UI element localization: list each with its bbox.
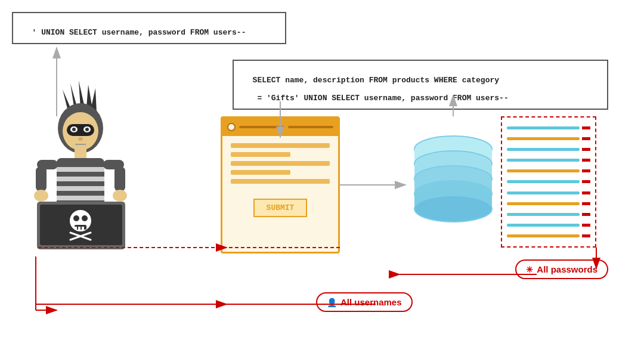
data-line-orange bbox=[507, 234, 580, 237]
passwords-label: All passwords bbox=[537, 264, 597, 274]
svg-point-30 bbox=[82, 215, 88, 221]
svg-rect-33 bbox=[78, 227, 80, 230]
data-line-red bbox=[582, 202, 590, 205]
data-line-red bbox=[582, 169, 590, 172]
data-row bbox=[507, 180, 590, 183]
svg-rect-18 bbox=[57, 186, 104, 191]
browser-url-bar-2 bbox=[288, 126, 333, 128]
data-line-red bbox=[582, 180, 590, 183]
browser-url-bar bbox=[239, 126, 284, 128]
sql-query-text-2-line1: SELECT name, description FROM products W… bbox=[253, 76, 499, 85]
data-line-cyan bbox=[507, 148, 580, 151]
data-row bbox=[507, 148, 590, 151]
hacker-figure bbox=[24, 78, 137, 262]
data-line-cyan bbox=[507, 224, 580, 227]
data-line-red bbox=[582, 224, 590, 227]
svg-rect-23 bbox=[114, 167, 125, 191]
data-row bbox=[507, 191, 590, 194]
data-line-red bbox=[582, 234, 590, 237]
svg-point-25 bbox=[113, 190, 127, 202]
data-line-red bbox=[582, 191, 590, 194]
submit-button[interactable]: SUBMIT bbox=[253, 199, 308, 217]
data-line-cyan bbox=[507, 159, 580, 162]
data-line-cyan bbox=[507, 191, 580, 194]
all-usernames-badge: 👤 All usernames bbox=[316, 292, 413, 312]
svg-point-29 bbox=[73, 215, 79, 221]
svg-rect-22 bbox=[36, 167, 47, 191]
data-row bbox=[507, 137, 590, 140]
svg-rect-16 bbox=[57, 167, 104, 172]
browser-window: SUBMIT bbox=[221, 116, 340, 254]
svg-point-10 bbox=[72, 128, 76, 131]
data-row bbox=[507, 234, 590, 237]
password-icon: ✳ bbox=[526, 265, 533, 274]
usernames-label: All usernames bbox=[340, 297, 402, 307]
data-line-red bbox=[582, 137, 590, 140]
sql-query-box-1: ' UNION SELECT username, password FROM u… bbox=[12, 12, 286, 44]
svg-point-12 bbox=[78, 137, 83, 141]
browser-circle-icon bbox=[227, 123, 236, 131]
data-row bbox=[507, 126, 590, 129]
all-passwords-badge: ✳ All passwords bbox=[515, 259, 608, 279]
data-line-cyan bbox=[507, 213, 580, 216]
browser-line-2 bbox=[231, 152, 290, 157]
data-line-cyan bbox=[507, 126, 580, 129]
data-line-orange bbox=[507, 202, 580, 205]
browser-line-1 bbox=[231, 143, 330, 148]
user-icon: 👤 bbox=[327, 298, 337, 307]
data-line-red bbox=[582, 213, 590, 216]
data-line-red bbox=[582, 126, 590, 129]
svg-rect-19 bbox=[57, 196, 104, 200]
browser-line-4 bbox=[231, 170, 290, 175]
data-row bbox=[507, 224, 590, 227]
data-panel bbox=[501, 116, 596, 248]
svg-rect-17 bbox=[57, 177, 104, 181]
data-line-cyan bbox=[507, 180, 580, 183]
data-line-red bbox=[582, 148, 590, 151]
browser-body: SUBMIT bbox=[222, 136, 338, 224]
svg-point-24 bbox=[34, 190, 48, 202]
svg-rect-32 bbox=[75, 227, 77, 230]
sql-query-box-2: SELECT name, description FROM products W… bbox=[233, 60, 608, 110]
data-row bbox=[507, 159, 590, 162]
browser-titlebar bbox=[222, 118, 338, 136]
data-line-orange bbox=[507, 169, 580, 172]
data-row bbox=[507, 213, 590, 216]
browser-line-3 bbox=[231, 161, 330, 166]
svg-point-45 bbox=[414, 196, 492, 222]
data-row bbox=[507, 169, 590, 172]
browser-line-5 bbox=[231, 179, 330, 184]
database-icon bbox=[405, 119, 501, 239]
data-line-orange bbox=[507, 137, 580, 140]
svg-rect-34 bbox=[82, 227, 84, 230]
sql-query-text-1: ' UNION SELECT username, password FROM u… bbox=[32, 28, 246, 37]
svg-point-11 bbox=[85, 128, 89, 131]
data-row bbox=[507, 202, 590, 205]
data-line-red bbox=[582, 159, 590, 162]
sql-query-text-2-line2: = 'Gifts' UNION SELECT username, passwor… bbox=[253, 94, 509, 103]
